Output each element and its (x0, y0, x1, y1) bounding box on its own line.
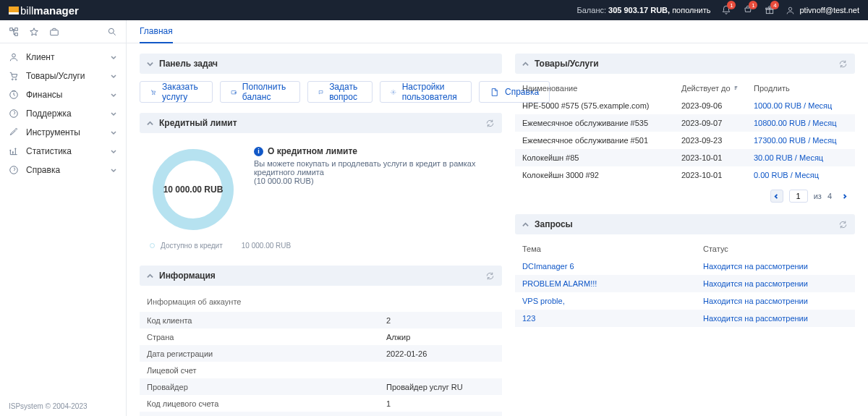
svg-point-20 (393, 91, 394, 93)
gear-icon (391, 88, 396, 97)
info-value: 1 (386, 399, 495, 408)
sidebar-icon (9, 146, 19, 156)
chevron-down-icon (110, 148, 117, 155)
svg-point-2 (789, 7, 792, 10)
refresh-icon[interactable] (838, 220, 848, 229)
panel-info: Информация Информация об аккаунте Код кл… (140, 266, 502, 416)
gift-icon[interactable]: 4 (764, 4, 775, 16)
chevron-up-icon (147, 120, 153, 127)
bell-icon[interactable]: 1 (720, 4, 732, 16)
chevron-down-icon (110, 54, 117, 61)
info-row: СтранаАлжир (140, 328, 502, 345)
info-value: Алжир (386, 333, 495, 341)
request-row: PROBLEM ALARM!!!Находится на рассмотрени… (515, 275, 855, 292)
wallet-icon (231, 88, 237, 97)
sidebar-item[interactable]: Справка (0, 161, 126, 179)
pager-prev[interactable] (770, 190, 783, 203)
logo[interactable]: billmanager (9, 4, 79, 17)
sidebar-item[interactable]: Финансы (0, 85, 126, 104)
panel-header-info[interactable]: Информация (140, 266, 502, 286)
top-header: billmanager Баланс: 305 903.17 RUB, попо… (0, 0, 868, 20)
chevron-up-icon (522, 61, 529, 67)
credit-info: iО кредитном лимите Вы можете покупать и… (254, 146, 495, 233)
info-value: Провайдер услуг RU (386, 383, 495, 391)
sidebar-item[interactable]: Инструменты (0, 123, 126, 142)
sidebar-item[interactable]: Клиент (0, 48, 126, 67)
star-icon[interactable] (29, 27, 39, 37)
logo-icon (9, 7, 19, 14)
chevron-down-icon (110, 129, 117, 136)
info-row: Код клиента2 (140, 312, 502, 328)
briefcase-icon[interactable] (49, 27, 59, 37)
request-status-link[interactable]: Находится на рассмотрении (703, 314, 848, 323)
request-status-link[interactable]: Находится на рассмотрении (703, 297, 848, 305)
sidebar-icon (9, 71, 19, 81)
service-row: Колокейшн 3000 #922023-10-010.00 RUB / М… (515, 166, 855, 184)
request-row: VPS proble,Находится на рассмотрении (515, 292, 855, 310)
svg-rect-5 (15, 33, 18, 35)
info-row: Дата регистрации2022-01-26 (140, 345, 502, 362)
info-value: 2022-01-26 (386, 349, 495, 358)
tree-icon[interactable] (9, 27, 19, 37)
cart-icon[interactable]: 1 (742, 4, 754, 16)
svg-point-8 (12, 54, 16, 57)
panel-requests: Запросы Тема Статус DCImanager 6Находитс… (515, 214, 855, 327)
renew-link[interactable]: 10800.00 RUB / Месяц (754, 119, 848, 127)
panel-header-tasks[interactable]: Панель задач (140, 54, 502, 74)
request-topic-link[interactable]: VPS proble, (522, 297, 703, 305)
service-row: HPE-5000 #575 (575.example.com)2023-09-0… (515, 97, 855, 114)
refresh-icon[interactable] (838, 59, 848, 69)
credit-donut: 10 000.00 RUB (150, 146, 237, 233)
panel-header-services[interactable]: Товары/Услуги (515, 54, 855, 74)
logo-text-light: bill (20, 4, 33, 17)
svg-point-10 (15, 79, 17, 80)
sidebar-item[interactable]: Товары/Услуги (0, 67, 126, 85)
user-settings-button[interactable]: Настройки пользователя (380, 81, 472, 103)
balance: Баланс: 305 903.17 RUB, пополнить (577, 6, 711, 14)
service-row: Ежемесячное обслуживание #5352023-09-071… (515, 114, 855, 132)
service-row: Ежемесячное обслуживание #5012023-09-231… (515, 132, 855, 149)
request-topic-link[interactable]: DCImanager 6 (522, 262, 703, 271)
services-header: Наименование Действует до Продлить (515, 80, 855, 97)
refresh-icon[interactable] (485, 271, 495, 281)
sidebar-icon (9, 90, 19, 100)
sidebar-footer: ISPsystem © 2004-2023 (0, 396, 126, 416)
credit-legend: Доступно в кредит 10 000.00 RUB (140, 237, 502, 255)
topup-link[interactable]: пополнить (672, 6, 710, 14)
chevron-down-icon (110, 166, 117, 174)
requests-header: Тема Статус (515, 240, 855, 258)
sidebar-item[interactable]: Поддержка (0, 104, 126, 123)
chat-icon (318, 88, 323, 97)
request-row: DCImanager 6Находится на рассмотрении (515, 258, 855, 275)
renew-link[interactable]: 30.00 RUB / Месяц (754, 153, 848, 162)
search-icon[interactable] (107, 27, 117, 37)
tab-main[interactable]: Главная (140, 20, 173, 43)
renew-link[interactable]: 0.00 RUB / Месяц (754, 171, 848, 179)
user-menu[interactable]: ptivnoff@test.net (786, 6, 859, 15)
pager-input[interactable] (789, 190, 808, 203)
sidebar: КлиентТовары/УслугиФинансыПоддержкаИнстр… (0, 20, 127, 416)
cart-plus-icon (150, 88, 156, 97)
request-status-link[interactable]: Находится на рассмотрении (703, 279, 848, 288)
info-row: Лицевой счет (140, 362, 502, 378)
sidebar-item[interactable]: Статистика (0, 142, 126, 161)
panel-header-credit[interactable]: Кредитный лимит (140, 113, 502, 133)
request-status-link[interactable]: Находится на рассмотрении (703, 262, 848, 271)
pager-next[interactable] (838, 190, 851, 203)
topup-balance-button[interactable]: Пополнить баланс (220, 81, 300, 103)
refresh-icon[interactable] (485, 119, 495, 128)
svg-point-7 (109, 28, 114, 33)
info-row: Баланс305903.17 RUB (140, 412, 502, 416)
svg-rect-4 (15, 27, 18, 30)
panel-header-requests[interactable]: Запросы (515, 214, 855, 234)
order-service-button[interactable]: Заказать услугу (140, 81, 213, 103)
request-topic-link[interactable]: PROBLEM ALARM!!! (522, 279, 703, 288)
ask-question-button[interactable]: Задать вопрос (307, 81, 373, 103)
sidebar-icon (9, 127, 19, 137)
services-pager: из 4 (515, 184, 855, 204)
sort-icon[interactable] (733, 85, 739, 91)
renew-link[interactable]: 17300.00 RUB / Месяц (754, 136, 848, 145)
svg-point-17 (153, 93, 153, 94)
renew-link[interactable]: 1000.00 RUB / Месяц (754, 101, 848, 110)
request-topic-link[interactable]: 123 (522, 314, 703, 323)
